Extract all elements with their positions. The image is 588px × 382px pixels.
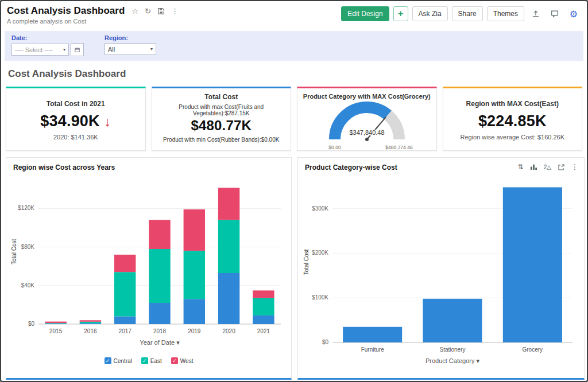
bar-segment-east-2016[interactable]	[80, 322, 101, 323]
edit-design-button[interactable]: Edit Design	[341, 6, 389, 21]
gauge-max-label: $480,774.46	[385, 145, 413, 150]
y-tick-label: $0	[28, 321, 35, 327]
bar-segment-central-2017[interactable]	[114, 317, 136, 324]
stacked-bar-chart: $0$40K$80K$120K2015201620172018201920202…	[9, 173, 289, 354]
bar-segment-west-2019[interactable]	[184, 209, 205, 251]
bar-stationery[interactable]	[423, 299, 482, 342]
refresh-icon[interactable]: ↻	[145, 7, 151, 15]
x-tick-label: 2018	[153, 328, 167, 334]
y-tick-label: $100K	[312, 294, 328, 301]
charts-row: Region wise Cost across Years $0$40K$80K…	[1, 152, 587, 382]
legend-item-central[interactable]: ✓Central	[105, 357, 132, 364]
bar-segment-west-2020[interactable]	[218, 188, 239, 220]
bar-segment-west-2016[interactable]	[80, 320, 101, 322]
x-axis-title[interactable]: Year of Date ▾	[140, 339, 180, 346]
y-tick-label: $200K	[312, 250, 328, 256]
header: Cost Analysis Dashboard ☆ ↻ ⋮ A complete…	[1, 1, 587, 27]
kpi-cards-row: Total Cost in 2021 $34.90K ↓ 2020: $141.…	[1, 82, 587, 152]
x-axis-title[interactable]: Product Category ▾	[425, 357, 480, 364]
y-tick-label: $40K	[21, 282, 35, 289]
date-filter-label: Date:	[11, 34, 84, 41]
compare-icon[interactable]: 2△	[544, 164, 551, 170]
y-tick-label: $300K	[312, 205, 328, 212]
gauge-needle	[367, 117, 386, 139]
y-axis-title: Total Cost	[11, 239, 17, 265]
kpi-title: Region with MAX Cost(East)	[448, 100, 578, 108]
bar-segment-west-2021[interactable]	[253, 290, 274, 298]
bar-segment-east-2019[interactable]	[184, 251, 205, 299]
bar-segment-central-2016[interactable]	[80, 323, 101, 324]
bar-segment-central-2018[interactable]	[149, 303, 170, 324]
app-window: Cost Analysis Dashboard ☆ ↻ ⋮ A complete…	[0, 0, 588, 382]
export-button[interactable]	[528, 6, 543, 21]
dashboard-section-title: Cost Analysis Dashboard	[1, 61, 587, 82]
chart-toolbar: ⇅ 2△ ⋮	[518, 163, 578, 171]
filter-bar: Date: ---- Select ---- ▾ Region: All ▾	[5, 31, 583, 61]
page-title: Cost Analysis Dashboard	[7, 5, 125, 17]
y-tick-label: $120K	[18, 205, 34, 211]
kpi-value: $224.85K	[448, 112, 578, 130]
legend-item-west[interactable]: ✓West	[171, 357, 194, 364]
chart-type-icon[interactable]	[530, 163, 537, 170]
more-options-icon[interactable]: ⋮	[571, 163, 578, 171]
x-tick-label: 2021	[257, 328, 270, 334]
kpi-card-total-cost[interactable]: Total Cost Product with max Cost(Fruits …	[152, 87, 292, 151]
gear-icon: ⚙	[570, 9, 578, 20]
gauge-container: $347,840.48 $0.00 $480,774.46	[302, 100, 432, 153]
calendar-button[interactable]	[71, 43, 84, 56]
bar-segment-east-2017[interactable]	[114, 272, 136, 316]
kpi-card-max-region[interactable]: Region with MAX Cost(East) $224.85K Regi…	[443, 87, 583, 151]
x-tick-label: 2016	[84, 328, 97, 334]
kpi-title: Product Category with MAX Cost(Grocery)	[302, 93, 432, 100]
region-filter-select[interactable]: All ▾	[105, 43, 156, 55]
calendar-icon	[75, 46, 80, 53]
export-icon	[532, 10, 540, 18]
chevron-down-icon: ▾	[150, 46, 153, 52]
bar-segment-east-2020[interactable]	[218, 220, 239, 273]
kpi-card-max-category-gauge[interactable]: Product Category with MAX Cost(Grocery) …	[297, 87, 437, 151]
legend-item-east[interactable]: ✓East	[141, 357, 162, 364]
bar-segment-west-2015[interactable]	[45, 322, 67, 323]
legend-label: East	[150, 358, 162, 364]
bar-segment-east-2018[interactable]	[149, 249, 170, 303]
bar-segment-east-2021[interactable]	[253, 298, 274, 315]
kpi-value: $34.90K ↓	[11, 112, 141, 130]
gauge-value-label: $347,840.48	[349, 129, 384, 136]
bar-segment-central-2021[interactable]	[253, 315, 274, 324]
bar-segment-west-2017[interactable]	[114, 255, 136, 272]
comments-button[interactable]	[547, 6, 562, 21]
settings-button[interactable]: ⚙	[566, 6, 581, 21]
bar-segment-central-2019[interactable]	[184, 299, 205, 324]
bar-chart-container: $0$100K$200K$300KFurnitureStationeryGroc…	[298, 173, 584, 375]
gauge-min-label: $0.00	[328, 145, 341, 150]
legend-label: Central	[114, 358, 132, 364]
stacked-bar-chart-container: $0$40K$80K$120K2015201620172018201920202…	[6, 173, 291, 356]
bar-grocery[interactable]	[503, 188, 562, 343]
kpi-card-total-cost-2021[interactable]: Total Cost in 2021 $34.90K ↓ 2020: $141.…	[6, 87, 146, 151]
x-tick-label: Furniture	[361, 346, 384, 353]
add-button[interactable]: +	[393, 6, 408, 21]
bar-segment-central-2020[interactable]	[218, 273, 239, 324]
x-tick-label: 2019	[188, 328, 201, 334]
favorite-star-icon[interactable]: ☆	[131, 7, 138, 15]
region-filter-label: Region:	[105, 34, 156, 41]
bar-furniture[interactable]	[343, 327, 402, 342]
legend-checkbox-icon[interactable]: ✓	[141, 357, 148, 364]
legend-checkbox-icon[interactable]: ✓	[171, 357, 178, 364]
themes-button[interactable]: Themes	[487, 6, 524, 21]
bar-segment-central-2015[interactable]	[45, 323, 67, 324]
sort-icon[interactable]: ⇅	[518, 163, 524, 171]
kpi-subtext: Region wise average Cost: $160.26K	[448, 134, 578, 141]
bar-segment-east-2015[interactable]	[45, 323, 67, 323]
bar-segment-west-2018[interactable]	[149, 220, 170, 249]
header-left: Cost Analysis Dashboard ☆ ↻ ⋮ A complete…	[7, 5, 179, 25]
date-filter-select[interactable]: ---- Select ---- ▾	[11, 44, 69, 56]
share-button[interactable]: Share	[452, 6, 483, 21]
legend-checkbox-icon[interactable]: ✓	[105, 357, 111, 364]
expand-icon[interactable]	[558, 163, 565, 171]
x-tick-label: Grocery	[523, 346, 543, 353]
save-icon[interactable]	[157, 7, 165, 15]
ask-zia-button[interactable]: Ask Zia	[412, 6, 448, 21]
more-options-icon[interactable]: ⋮	[171, 7, 179, 15]
gauge-chart[interactable]: $347,840.48 $0.00 $480,774.46	[306, 100, 428, 153]
